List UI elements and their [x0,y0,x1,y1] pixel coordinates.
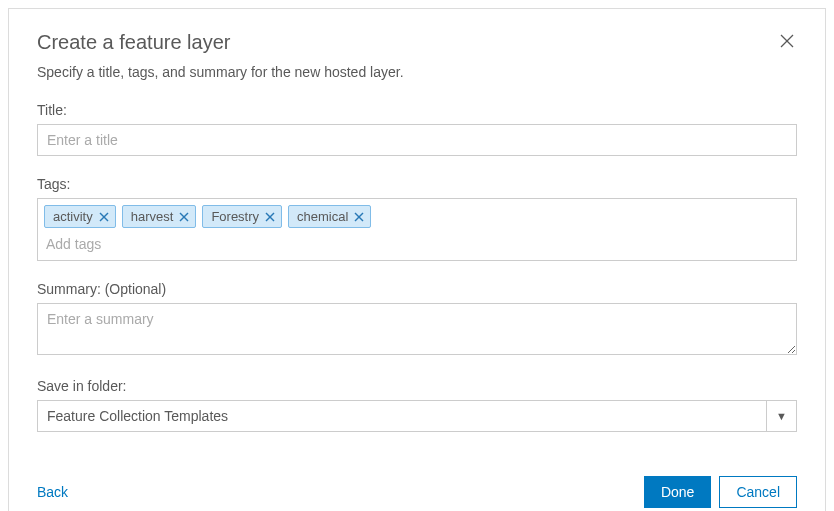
title-input[interactable] [37,124,797,156]
tags-box[interactable]: activityharvestForestrychemical [37,198,797,261]
tags-label: Tags: [37,176,797,192]
summary-textarea[interactable] [37,303,797,355]
close-icon [354,212,364,222]
tag-chip: Forestry [202,205,282,228]
tag-label: Forestry [211,209,259,224]
cancel-button[interactable]: Cancel [719,476,797,508]
tag-chip: harvest [122,205,197,228]
tag-chip: activity [44,205,116,228]
tag-label: chemical [297,209,348,224]
tag-remove-button[interactable] [265,212,275,222]
tag-chip: chemical [288,205,371,228]
tags-input[interactable] [44,234,790,258]
tag-label: harvest [131,209,174,224]
dialog-subtitle: Specify a title, tags, and summary for t… [37,64,797,80]
tag-label: activity [53,209,93,224]
close-icon [779,33,795,49]
close-button[interactable] [777,31,797,51]
close-icon [99,212,109,222]
create-feature-layer-dialog: Create a feature layer Specify a title, … [8,8,826,511]
done-button[interactable]: Done [644,476,711,508]
chevron-down-icon: ▼ [767,400,797,432]
summary-label: Summary: (Optional) [37,281,797,297]
tag-remove-button[interactable] [354,212,364,222]
dialog-header: Create a feature layer [37,31,797,64]
title-label: Title: [37,102,797,118]
tags-row: activityharvestForestrychemical [44,205,790,228]
folder-label: Save in folder: [37,378,797,394]
tag-remove-button[interactable] [99,212,109,222]
footer-right: Done Cancel [644,476,797,508]
back-button[interactable]: Back [37,484,68,500]
close-icon [179,212,189,222]
close-icon [265,212,275,222]
dialog-title: Create a feature layer [37,31,230,54]
tag-remove-button[interactable] [179,212,189,222]
folder-selected-value: Feature Collection Templates [37,400,767,432]
folder-select[interactable]: Feature Collection Templates ▼ [37,400,797,432]
dialog-footer: Back Done Cancel [37,476,797,508]
